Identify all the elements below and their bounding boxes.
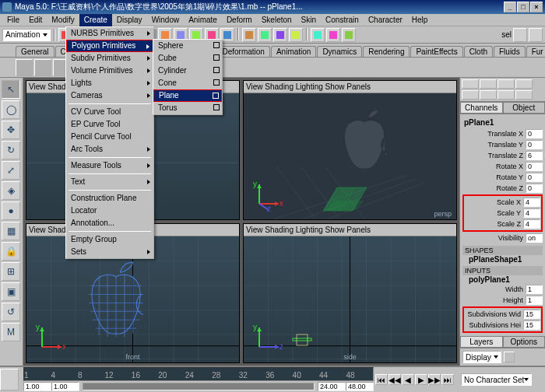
channel-object-name[interactable]: pPlane1 [462,117,543,128]
channel-box-toggle[interactable] [480,79,497,89]
viewport-menu[interactable]: View Shading Lighting Show Panels [244,224,456,236]
tab-channels[interactable]: Channels [460,102,503,114]
prev-frame-button[interactable]: ◀ [402,374,414,385]
menu-skin[interactable]: Skin [297,14,321,26]
menu-item-empty-group[interactable]: Empty Group [66,233,153,246]
menu-item-lights[interactable]: Lights [66,77,153,89]
rewind-button[interactable]: ⏮ [375,374,388,385]
channel-box-toggle[interactable] [515,79,533,89]
view-tool[interactable]: ▦ [2,222,20,240]
menu-help[interactable]: Help [407,14,433,26]
attr-value[interactable]: 0 [526,129,543,138]
attr-value[interactable]: 0 [526,140,543,149]
menu-file[interactable]: File [2,14,24,26]
layer-button[interactable] [504,352,515,362]
menu-item-nurbs-primitives[interactable]: NURBS Primitives [66,27,153,40]
attr-value[interactable]: 0 [526,162,543,171]
attr-value[interactable]: 1 [526,285,543,294]
submenu-item-plane[interactable]: Plane [153,89,222,102]
status-icon[interactable] [289,28,303,42]
maximize-button[interactable]: □ [517,2,529,12]
menu-item-locator[interactable]: Locator [66,205,153,217]
time-ruler[interactable]: 14812162024283236404448 [23,367,374,381]
status-icon[interactable] [258,28,272,42]
attr-value[interactable]: 4 [523,198,540,207]
manipulator-tool[interactable]: ◈ [2,181,20,200]
snap-tool[interactable]: ⊞ [2,262,20,281]
timeline-tool[interactable] [0,369,19,390]
channel-box-toggle[interactable] [498,90,515,100]
status-icon[interactable] [342,28,356,42]
range-current[interactable]: 1.00 [51,382,79,391]
menu-animate[interactable]: Animate [184,14,222,26]
shelf-tab[interactable]: Dynamics [317,46,362,57]
option-box-icon[interactable] [213,54,220,61]
submenu-item-cone[interactable]: Cone [153,77,222,89]
option-box-icon[interactable] [213,67,220,73]
range-end2[interactable]: 48.00 [346,382,374,391]
option-box-icon[interactable] [213,79,220,86]
shelf-tab[interactable]: PaintEffects [410,46,462,57]
close-button[interactable]: × [530,2,543,12]
shape-node[interactable]: pPlaneShape1 [462,255,543,264]
viewport-persp[interactable]: View Shading Lighting Show Panels [243,80,457,220]
shelf-tool-icon[interactable] [16,59,33,76]
lasso-tool[interactable]: ◯ [2,100,20,119]
attr-value[interactable]: 15 [523,320,540,330]
menu-create[interactable]: Create [79,14,112,26]
menu-skeleton[interactable]: Skeleton [257,14,297,26]
last-tool[interactable]: ↺ [2,303,20,321]
status-icon[interactable] [242,28,256,42]
attr-value[interactable]: 0 [526,173,543,182]
menu-item-pencil-curve-tool[interactable]: Pencil Curve Tool [66,131,153,143]
menu-display[interactable]: Display [112,14,147,26]
shelf-tab[interactable]: General [16,46,54,57]
move-tool[interactable]: ✥ [2,121,20,139]
status-icon[interactable] [273,28,287,42]
attr-value[interactable]: 1 [526,296,543,305]
render-tool[interactable]: ▣ [2,282,20,301]
menu-item-cameras[interactable]: Cameras [66,89,153,102]
shelf-tab[interactable]: Fluids [494,46,526,57]
mode-dropdown[interactable]: Animation [2,29,51,41]
tab-options[interactable]: Options [503,336,546,348]
shelf-right-icon[interactable] [529,28,543,42]
character-set-dropdown[interactable]: No Character Set [461,373,532,386]
option-box-icon[interactable] [213,104,220,110]
channel-box-toggle[interactable] [480,90,497,100]
channel-box-toggle[interactable] [462,79,479,89]
tab-layers[interactable]: Layers [460,336,503,348]
menu-item-arc-tools[interactable]: Arc Tools [66,143,153,156]
rotate-tool[interactable]: ↻ [2,141,20,159]
pointer-tool[interactable]: ↖ [2,80,20,99]
shelf-tab[interactable]: Rendering [363,46,410,57]
shelf-right-icon[interactable] [513,28,527,42]
menu-item-annotation-[interactable]: Annotation... [66,217,153,229]
viewport-side[interactable]: View Shading Lighting Show Panels [243,223,457,363]
maya-tool[interactable]: M [2,323,20,341]
channel-box-toggle[interactable] [515,90,533,100]
attr-value[interactable]: 4 [523,219,540,229]
shelf-tab[interactable]: Animation [271,46,316,57]
status-icon[interactable] [311,28,325,42]
attr-value[interactable]: 4 [523,208,540,218]
range-slider[interactable]: 1.00 1.00 24.00 48.00 [23,381,374,392]
input-node[interactable]: polyPlane1 [462,275,543,284]
menu-item-construction-plane[interactable]: Construction Plane [66,192,153,205]
channel-box-toggle[interactable] [498,79,515,89]
tab-object[interactable]: Object [503,102,546,114]
shelf-tab[interactable]: Fur [526,46,545,57]
range-start[interactable]: 1.00 [23,382,51,391]
menu-window[interactable]: Window [147,14,185,26]
display-dropdown[interactable]: Display [462,351,501,363]
shelf-tab[interactable]: Cloth [464,46,493,57]
menu-item-volume-primitives[interactable]: Volume Primitives [66,65,153,77]
menu-item-ep-curve-tool[interactable]: EP Curve Tool [66,118,153,131]
scale-tool[interactable]: ⤢ [2,161,20,180]
menu-character[interactable]: Character [364,14,407,26]
menu-item-subdiv-primitives[interactable]: Subdiv Primitives [66,52,153,65]
shelf-tab[interactable]: Deformation [216,46,269,57]
submenu-item-torus[interactable]: Torus [153,102,222,114]
menu-item-cv-curve-tool[interactable]: CV Curve Tool [66,106,153,118]
menu-item-text[interactable]: Text [66,176,153,188]
